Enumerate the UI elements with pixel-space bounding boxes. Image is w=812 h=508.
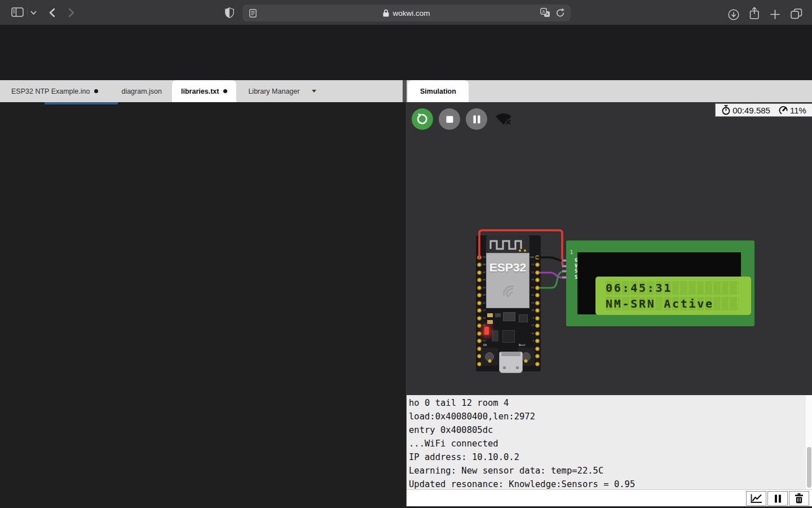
pin-label: 25 [483,317,486,319]
pin-hole[interactable] [535,286,540,290]
lcd-screen: 06:45:31 NM-SRN Active [595,277,751,315]
wire-sda[interactable] [540,271,569,288]
clear-output-button[interactable] [789,491,809,506]
pin-hole[interactable] [535,262,540,267]
reload-icon[interactable] [555,8,565,17]
editor-highlight-bar [45,102,118,104]
esp32-board[interactable]: ESP32 3V3ENVPVN343532332526271412GND13 G… [476,235,541,371]
pin-label: 22 [531,271,534,274]
back-button-icon[interactable] [48,8,56,17]
pin-label: 17 [531,325,534,327]
tab-diagram-json[interactable]: diagram.json [111,80,172,102]
lcd-pin-vcc[interactable] [562,265,567,268]
board-screw [524,359,528,363]
editor-tabbar: ESP32 NTP Example.ino diagram.json libra… [0,80,406,102]
pin-label: TX [531,279,534,281]
wifi-off-icon[interactable] [495,112,513,129]
privacy-shield-icon[interactable] [225,7,234,18]
pin-hole[interactable] [477,255,482,260]
pin-hole[interactable] [535,347,540,351]
pin-hole[interactable] [535,293,540,297]
serial-line: ...WiFi connected [409,437,812,450]
pin-hole[interactable] [535,270,540,275]
pin-hole[interactable] [535,255,540,260]
url-text[interactable]: wokwi.com [392,9,430,17]
downloads-icon[interactable] [728,9,739,20]
pin-hole[interactable] [477,301,482,305]
browser-toolbar: wokwi.com A [0,0,812,25]
svg-text:A: A [542,9,545,14]
tab-library-manager[interactable]: Library Manager [236,80,328,102]
sidebar-chevron-down-icon[interactable] [30,11,37,15]
cpu-gauge-icon [778,105,788,115]
stop-simulation-button[interactable] [439,108,460,130]
serial-line: load:0x40080400,len:2972 [409,410,812,423]
pin-hole[interactable] [535,301,540,305]
elapsed-time: 00:49.585 [732,106,770,115]
pin-hole[interactable] [535,316,540,321]
smd-component [519,314,528,322]
serial-line: Updated resonance: Knowledge:Sensors = 0… [409,478,812,489]
smd-component [495,313,501,317]
pin-hole[interactable] [477,286,482,290]
pin-hole[interactable] [535,331,540,336]
pin-hole[interactable] [477,293,482,297]
pin-label: VP [483,271,486,274]
lcd1602-module[interactable]: 1 GND VCC SDA SCL 06:45:31 NM-SRN Active [566,240,754,326]
en-button[interactable] [481,348,498,366]
power-led [484,327,489,335]
pin-hole[interactable] [535,362,540,366]
simulation-panel: Simulation 00:49.585 11% [406,80,812,508]
pin-hole[interactable] [477,278,482,282]
stop-icon [446,116,453,123]
pin-label: 35 [483,294,486,296]
pin-hole[interactable] [477,316,482,321]
simulation-tabbar: Simulation [407,80,812,102]
sidebar-toggle-icon[interactable] [11,7,24,17]
serial-scrollbar-thumb[interactable] [807,447,811,488]
pin-hole[interactable] [535,323,540,328]
tab-esp32-ntp-example[interactable]: ESP32 NTP Example.ino [0,80,111,102]
pin-hole[interactable] [535,308,540,313]
serial-line: entry 0x400805dc [409,423,812,437]
lcd-text-line1: 06:45:31 [606,281,672,295]
pin-label: 23 [531,264,534,266]
tab-overview-icon[interactable] [791,8,802,19]
editor-panel: ESP32 NTP Example.ino diagram.json libra… [0,80,406,508]
pin-hole[interactable] [477,331,482,336]
lcd-pin1-label: 1 [570,250,573,255]
lcd-pin-gnd[interactable] [562,259,567,262]
address-bar[interactable]: wokwi.com A [242,5,571,21]
serial-monitor-output[interactable]: ho 0 tail 12 room 4 load:0x40080400,len:… [407,395,812,489]
pin-hole[interactable] [477,339,482,343]
pin-hole[interactable] [535,278,540,282]
pin-label: 32 [483,302,486,304]
esp32-shield: ESP32 [486,253,529,308]
lcd-pin-scl[interactable] [562,276,567,279]
chevron-down-icon [312,90,316,93]
new-tab-icon[interactable] [770,10,780,19]
usb-connector [499,352,523,373]
translate-icon[interactable]: A [540,8,550,17]
tab-libraries-txt[interactable]: libraries.txt [172,80,236,102]
serial-input-bar[interactable] [407,489,812,506]
lcd-pin-sda[interactable] [562,270,567,273]
pin-label: 34 [483,287,486,289]
pause-output-button[interactable] [767,491,788,506]
share-icon[interactable] [749,7,760,20]
plotter-button[interactable] [746,491,766,506]
pause-simulation-button[interactable] [466,108,487,130]
pin-hole[interactable] [535,354,540,358]
stopwatch-icon [721,105,731,115]
toolbar-divider [27,7,28,17]
forward-button-icon[interactable] [68,8,75,17]
tab-simulation[interactable]: Simulation [408,80,469,102]
pin-hole[interactable] [477,270,482,275]
pin-hole[interactable] [535,339,540,343]
pin-hole[interactable] [477,262,482,267]
restart-simulation-button[interactable] [412,108,433,130]
pin-hole[interactable] [477,308,482,313]
lock-icon [383,9,389,17]
serial-scrollbar[interactable] [806,395,812,489]
pin-hole[interactable] [477,323,482,328]
